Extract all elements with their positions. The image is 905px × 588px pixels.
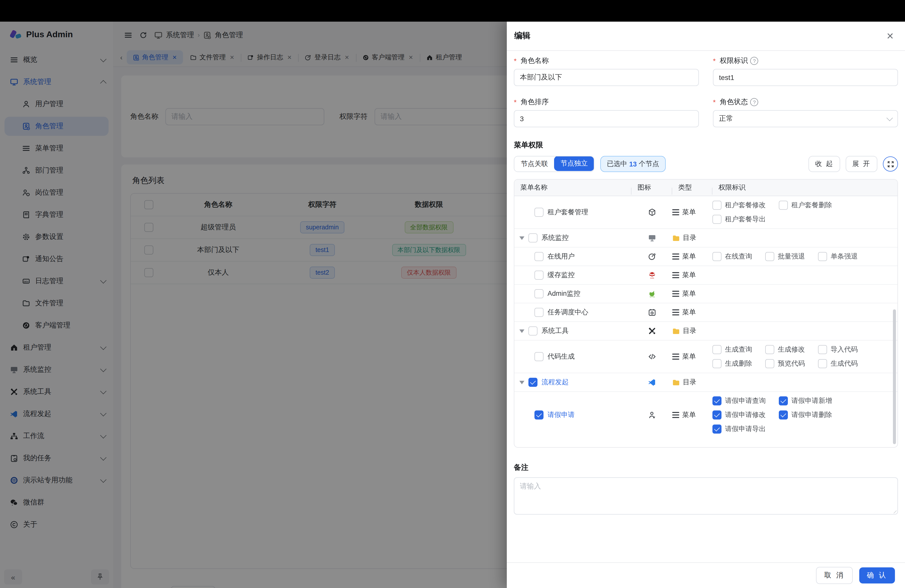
remark-textarea[interactable]: 请输入: [514, 477, 898, 515]
drawer-footer: 取 消 确 认: [507, 563, 905, 588]
role-name-label: 角色名称: [514, 56, 699, 66]
menu-type-icon: [672, 291, 679, 297]
tree-row[interactable]: 缓存监控 菜单: [514, 266, 897, 285]
edit-drawer: 编辑 ✕ 角色名称 本部门及以下 权限标识? test1 角色排序 3: [507, 22, 905, 588]
perm-checkbox-item[interactable]: 生成删除: [713, 359, 752, 368]
menu-type-icon: [672, 272, 679, 278]
code-icon: [648, 353, 656, 361]
tree-row[interactable]: 系统工具 目录: [514, 322, 897, 340]
node-checkbox[interactable]: [535, 308, 543, 317]
node-checkbox[interactable]: [535, 252, 543, 261]
user-leave-icon: [648, 411, 656, 419]
confirm-button[interactable]: 确 认: [859, 567, 895, 583]
perm-checkbox-item[interactable]: 请假申请删除: [779, 410, 832, 420]
spring-icon: [648, 290, 656, 298]
perm-checkbox-item[interactable]: 请假申请修改: [713, 410, 766, 420]
role-sort-label: 角色排序: [514, 97, 699, 107]
menu-permission-tree: 菜单名称 图标 类型 权限标识 租户套餐管理 菜单 租户套餐修改 租户套餐删除 …: [514, 179, 898, 448]
redis-icon: [648, 271, 656, 279]
box-icon: [648, 208, 656, 216]
monitor-fill-icon: [648, 234, 656, 242]
perm-key-label: 权限标识?: [713, 56, 898, 66]
tree-row[interactable]: Admin监控 菜单: [514, 285, 897, 303]
caret-down-icon: [886, 115, 893, 121]
role-status-select[interactable]: 正常: [713, 110, 898, 127]
tree-header-row: 菜单名称 图标 类型 权限标识: [514, 180, 897, 196]
drawer-title: 编辑: [514, 31, 530, 41]
role-name-field[interactable]: 本部门及以下: [514, 69, 699, 86]
fullscreen-icon: [887, 160, 894, 168]
expand-arrow-icon[interactable]: [519, 236, 524, 240]
node-checkbox[interactable]: [529, 234, 537, 242]
perm-checkbox-item[interactable]: 生成代码: [818, 359, 858, 368]
node-linked-button[interactable]: 节点关联: [514, 156, 554, 172]
screen: DEV redis spring: [0, 0, 905, 588]
menu-type-icon: [672, 412, 679, 418]
tree-row[interactable]: 代码生成 菜单 生成查询 生成修改 导入代码 生成删除 预览代码 生成代码: [514, 340, 897, 373]
collapse-all-button[interactable]: 收 起: [809, 156, 840, 172]
tools-icon: [648, 327, 656, 335]
perm-checkbox-item[interactable]: 预览代码: [765, 359, 805, 368]
perm-checkbox-item[interactable]: 请假申请查询: [713, 396, 766, 405]
perm-checkbox-item[interactable]: 生成查询: [713, 345, 752, 354]
folder-icon: [672, 378, 680, 386]
perm-checkbox-item[interactable]: 租户套餐删除: [779, 201, 832, 210]
tree-row[interactable]: 在线用户 菜单 在线查询 批量强退 单条强退: [514, 248, 897, 266]
drawer-body: 角色名称 本部门及以下 权限标识? test1 角色排序 3 角色状态? 正常: [507, 51, 905, 515]
expand-arrow-icon[interactable]: [519, 380, 524, 384]
node-mode-segmented: 节点关联 节点独立: [514, 156, 594, 172]
role-status-label: 角色状态?: [713, 97, 898, 107]
perm-checkbox-item[interactable]: 请假申请导出: [713, 424, 766, 434]
menu-type-icon: [672, 253, 679, 260]
schedule-icon: [648, 308, 656, 316]
perm-checkbox-item[interactable]: 在线查询: [713, 252, 752, 261]
menu-type-icon: [672, 309, 679, 316]
node-checkbox[interactable]: [535, 208, 543, 217]
menu-perm-section-label: 菜单权限: [514, 140, 898, 150]
tree-row[interactable]: 租户套餐管理 菜单 租户套餐修改 租户套餐删除 租户套餐导出: [514, 196, 897, 229]
perm-checkbox-item[interactable]: 租户套餐导出: [713, 215, 766, 224]
role-sort-field[interactable]: 3: [514, 110, 699, 127]
scrollbar-thumb[interactable]: [893, 309, 896, 444]
menu-perm-controls: 节点关联 节点独立 已选中 13 个节点 收 起 展 开: [514, 156, 898, 172]
top-black-bar: [0, 0, 905, 22]
tree-row[interactable]: 流程发起 目录: [514, 373, 897, 392]
fullscreen-button[interactable]: [883, 156, 898, 172]
node-checkbox[interactable]: [529, 378, 537, 387]
folder-icon: [672, 234, 680, 242]
vscode-icon: [648, 378, 656, 386]
node-checkbox[interactable]: [535, 410, 543, 420]
remark-label: 备注: [514, 463, 898, 472]
node-checkbox[interactable]: [535, 289, 543, 298]
tree-row[interactable]: 任务调度中心 菜单: [514, 303, 897, 322]
perm-checkbox-item[interactable]: 单条强退: [818, 252, 858, 261]
folder-icon: [672, 327, 680, 335]
expand-all-button[interactable]: 展 开: [846, 156, 877, 172]
perm-checkbox-item[interactable]: 批量强退: [765, 252, 805, 261]
gauge-icon: [648, 253, 656, 261]
tree-row[interactable]: 系统监控 目录: [514, 229, 897, 248]
menu-type-icon: [672, 353, 679, 360]
help-icon[interactable]: ?: [750, 98, 759, 106]
drawer-mask[interactable]: [0, 22, 507, 588]
drawer-header: 编辑 ✕: [507, 22, 905, 51]
perm-checkbox-item[interactable]: 生成修改: [765, 345, 805, 354]
close-icon[interactable]: ✕: [886, 32, 894, 40]
help-icon[interactable]: ?: [750, 57, 759, 65]
cancel-button[interactable]: 取 消: [816, 567, 853, 584]
node-independent-button[interactable]: 节点独立: [554, 156, 594, 171]
perm-checkbox-item[interactable]: 请假申请新增: [779, 396, 832, 405]
selected-count: 13: [629, 160, 637, 168]
node-checkbox[interactable]: [529, 326, 537, 335]
tree-row[interactable]: 请假申请 菜单 请假申请查询 请假申请新增 请假申请修改 请假申请删除 请假申请…: [514, 392, 897, 438]
perm-key-field[interactable]: test1: [713, 69, 898, 86]
selected-count-tag: 已选中 13 个节点: [600, 156, 666, 172]
perm-checkbox-item[interactable]: 导入代码: [818, 345, 858, 354]
menu-type-icon: [672, 209, 679, 216]
node-checkbox[interactable]: [535, 352, 543, 361]
expand-arrow-icon[interactable]: [519, 329, 524, 333]
node-checkbox[interactable]: [535, 271, 543, 280]
perm-checkbox-item[interactable]: 租户套餐修改: [713, 201, 766, 210]
